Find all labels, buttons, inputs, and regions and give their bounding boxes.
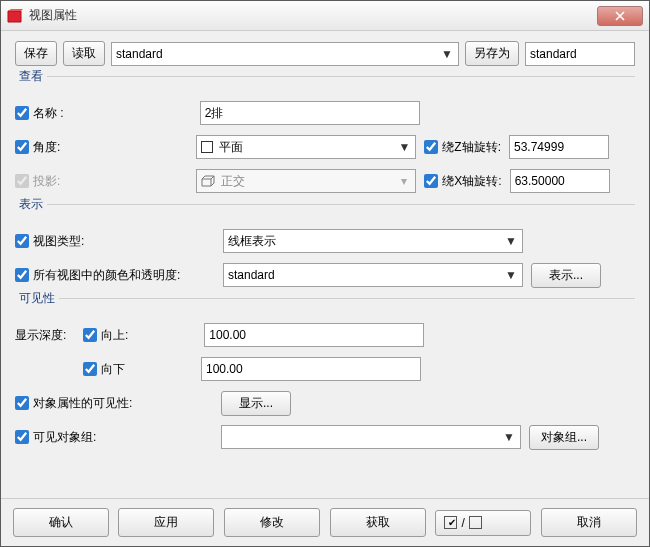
app-icon xyxy=(7,8,23,24)
get-button[interactable]: 获取 xyxy=(330,508,426,537)
load-button[interactable]: 读取 xyxy=(63,41,105,66)
close-icon xyxy=(615,11,625,21)
viewtype-combo[interactable]: 线框表示 ▼ xyxy=(223,229,523,253)
display-group: 表示 视图类型: 线框表示 ▼ 所有视图中的颜色和透明度: standard ▼… xyxy=(15,204,635,290)
display-group-title: 表示 xyxy=(15,196,47,213)
checkbox-off-icon xyxy=(469,516,482,529)
close-button[interactable] xyxy=(597,6,643,26)
save-button[interactable]: 保存 xyxy=(15,41,57,66)
chevron-down-icon: ▼ xyxy=(504,234,518,248)
colors-checkbox[interactable]: 所有视图中的颜色和透明度: xyxy=(15,267,215,284)
objvis-checkbox[interactable]: 对象属性的可见性: xyxy=(15,395,175,412)
depth-label: 显示深度: xyxy=(15,327,75,344)
name-checkbox[interactable]: 名称 : xyxy=(15,105,64,122)
objvis-button[interactable]: 显示... xyxy=(221,391,291,416)
objgroup-checkbox[interactable]: 可见对象组: xyxy=(15,429,175,446)
window-title: 视图属性 xyxy=(29,7,597,24)
preset-combo[interactable]: standard ▼ xyxy=(111,42,459,66)
up-input[interactable] xyxy=(204,323,424,347)
display-settings-button[interactable]: 表示... xyxy=(531,263,601,288)
titlebar: 视图属性 xyxy=(1,1,649,31)
viewtype-checkbox[interactable]: 视图类型: xyxy=(15,233,215,250)
apply-button[interactable]: 应用 xyxy=(118,508,214,537)
preset-value: standard xyxy=(116,47,163,61)
chevron-down-icon: ▾ xyxy=(397,174,411,188)
rotx-checkbox[interactable]: 绕X轴旋转: xyxy=(424,173,501,190)
rotz-input[interactable] xyxy=(509,135,609,159)
ok-button[interactable]: 确认 xyxy=(13,508,109,537)
down-checkbox[interactable]: 向下 xyxy=(83,361,125,378)
projection-checkbox: 投影: xyxy=(15,173,60,190)
chevron-down-icon: ▼ xyxy=(397,140,411,154)
dialog-body: 保存 读取 standard ▼ 另存为 查看 名称 : 角度: xyxy=(1,31,649,464)
cube-icon xyxy=(201,175,215,187)
preset-row: 保存 读取 standard ▼ 另存为 xyxy=(15,41,635,66)
projection-combo: 正交 ▾ xyxy=(196,169,416,193)
checkbox-on-icon xyxy=(444,516,457,529)
visibility-group: 可见性 显示深度: 向上: 向下 对象属性的可见性: 显示... 可见对象组: xyxy=(15,298,635,452)
angle-combo[interactable]: 平面 ▼ xyxy=(196,135,416,159)
save-as-button[interactable]: 另存为 xyxy=(465,41,519,66)
dialog-window: 视图属性 保存 读取 standard ▼ 另存为 查看 名称 : 角度 xyxy=(0,0,650,547)
rotx-input[interactable] xyxy=(510,169,610,193)
objgroup-button[interactable]: 对象组... xyxy=(529,425,599,450)
chevron-down-icon: ▼ xyxy=(502,430,516,444)
colors-combo[interactable]: standard ▼ xyxy=(223,263,523,287)
up-checkbox[interactable]: 向上: xyxy=(83,327,128,344)
angle-checkbox[interactable]: 角度: xyxy=(15,139,60,156)
cancel-button[interactable]: 取消 xyxy=(541,508,637,537)
toggle-icons: / xyxy=(444,516,522,530)
chevron-down-icon: ▼ xyxy=(440,47,454,61)
view-group: 查看 名称 : 角度: 平面 ▼ 绕Z轴旋转: xyxy=(15,76,635,196)
view-group-title: 查看 xyxy=(15,68,47,85)
save-as-input[interactable] xyxy=(525,42,635,66)
objgroup-combo[interactable]: ▼ xyxy=(221,425,521,449)
plane-icon xyxy=(201,141,213,153)
name-input[interactable] xyxy=(200,101,420,125)
chevron-down-icon: ▼ xyxy=(504,268,518,282)
down-input[interactable] xyxy=(201,357,421,381)
toggle-button[interactable]: / xyxy=(435,510,531,536)
visibility-group-title: 可见性 xyxy=(15,290,59,307)
rotz-checkbox[interactable]: 绕Z轴旋转: xyxy=(424,139,501,156)
modify-button[interactable]: 修改 xyxy=(224,508,320,537)
bottom-bar: 确认 应用 修改 获取 / 取消 xyxy=(1,498,649,546)
